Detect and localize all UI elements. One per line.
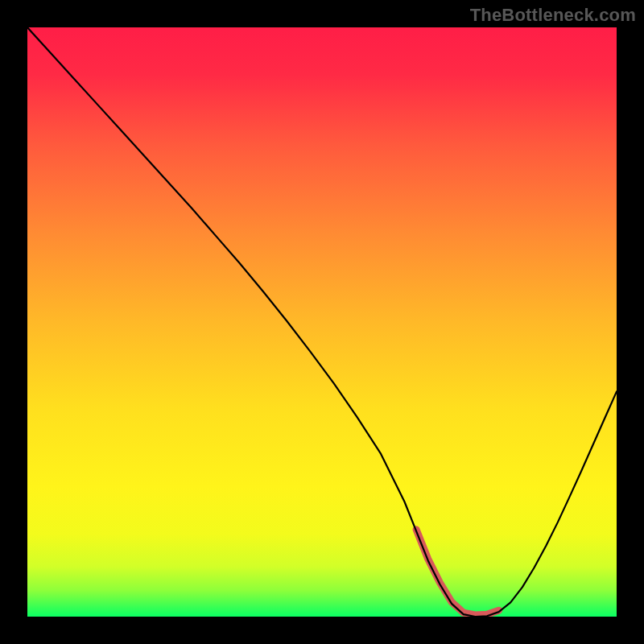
chart-stage: TheBottleneck.com: [0, 0, 644, 644]
plot-svg: [27, 27, 617, 617]
watermark-text: TheBottleneck.com: [470, 5, 636, 26]
gradient-background: [27, 27, 617, 617]
plot-area: [27, 27, 617, 617]
